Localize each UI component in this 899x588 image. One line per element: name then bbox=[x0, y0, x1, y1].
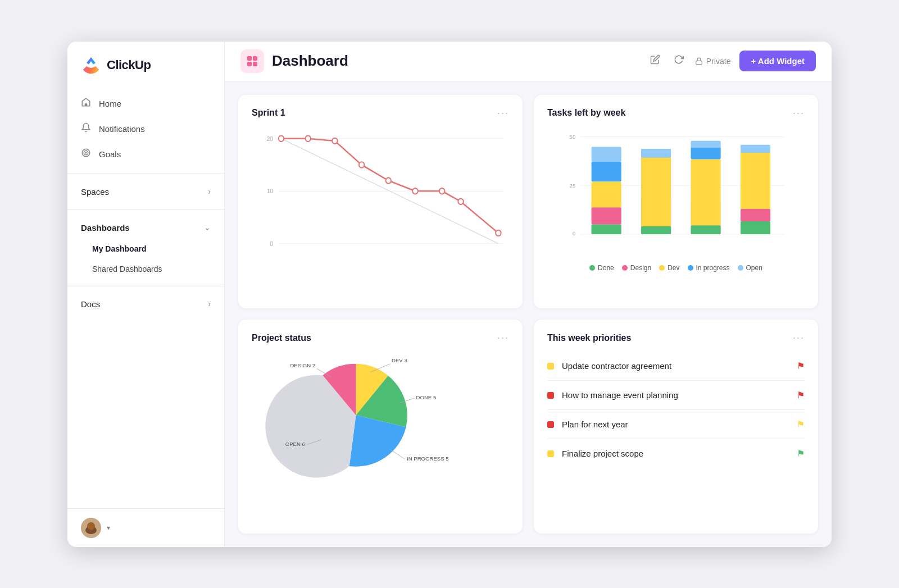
clickup-logo-icon bbox=[81, 55, 101, 75]
priority-3-left: Plan for next year bbox=[547, 420, 628, 429]
avatar-chevron-icon[interactable]: ▾ bbox=[107, 524, 110, 532]
legend-inprogress-label: In progress bbox=[696, 264, 730, 272]
sidebar-section-spaces[interactable]: Spaces › bbox=[67, 181, 224, 203]
tasks-menu-button[interactable]: ··· bbox=[793, 107, 805, 119]
topbar-left: Dashboard bbox=[240, 49, 348, 73]
svg-rect-54 bbox=[741, 144, 770, 152]
svg-rect-12 bbox=[696, 61, 702, 64]
sidebar-item-home[interactable]: Home bbox=[67, 91, 224, 116]
priority-3-flag: ⚑ bbox=[797, 419, 805, 430]
svg-text:20: 20 bbox=[267, 135, 274, 142]
project-status-title: Project status bbox=[252, 333, 311, 343]
sidebar-item-goals[interactable]: Goals bbox=[67, 142, 224, 167]
goals-icon bbox=[81, 148, 91, 161]
svg-rect-49 bbox=[691, 140, 721, 147]
shared-dashboards-label: Shared Dashboards bbox=[92, 265, 162, 274]
legend-inprogress-dot bbox=[688, 265, 693, 271]
svg-point-26 bbox=[439, 188, 445, 194]
lock-icon bbox=[695, 57, 703, 65]
private-label: Private bbox=[706, 57, 731, 66]
chevron-right-icon: › bbox=[208, 187, 211, 196]
sprint-menu-button[interactable]: ··· bbox=[497, 107, 509, 119]
svg-rect-38 bbox=[592, 181, 621, 207]
dashboard-icon-box bbox=[240, 49, 264, 73]
svg-text:DESIGN 2: DESIGN 2 bbox=[290, 362, 315, 368]
priority-2-left: How to manage event planning bbox=[547, 390, 678, 400]
spaces-label: Spaces bbox=[81, 187, 109, 197]
sidebar-section-dashboards[interactable]: Dashboards ⌄ bbox=[67, 217, 224, 239]
tasks-by-week-widget: Tasks left by week ··· 50 25 0 bbox=[534, 95, 818, 309]
priority-4-left: Finalize project scope bbox=[547, 449, 643, 458]
svg-rect-52 bbox=[741, 208, 770, 221]
legend-dev-label: Dev bbox=[668, 264, 679, 272]
bell-icon bbox=[81, 122, 91, 135]
my-dashboard-label: My Dashboard bbox=[92, 244, 146, 253]
main-content: Dashboard Private + Add Widget bbox=[225, 42, 832, 547]
sprint-title: Sprint 1 bbox=[252, 108, 285, 118]
sidebar-footer: ▾ bbox=[67, 508, 224, 547]
avatar[interactable] bbox=[81, 518, 101, 538]
sidebar-item-my-dashboard[interactable]: My Dashboard bbox=[67, 239, 224, 259]
legend-open-dot bbox=[738, 265, 743, 271]
legend-dev: Dev bbox=[659, 264, 679, 272]
priority-1-dot bbox=[547, 363, 554, 370]
svg-point-3 bbox=[85, 152, 87, 153]
legend-done-label: Done bbox=[598, 264, 614, 272]
svg-point-27 bbox=[458, 198, 464, 204]
priority-item-3: Plan for next year ⚑ bbox=[547, 410, 805, 439]
svg-point-28 bbox=[496, 230, 501, 235]
svg-rect-42 bbox=[641, 226, 671, 234]
sidebar-section-docs[interactable]: Docs › bbox=[67, 293, 224, 315]
refresh-button[interactable] bbox=[671, 52, 686, 70]
project-status-menu-button[interactable]: ··· bbox=[497, 332, 509, 344]
priority-2-label: How to manage event planning bbox=[562, 390, 678, 400]
legend-dev-dot bbox=[659, 265, 665, 271]
legend-inprogress: In progress bbox=[688, 264, 730, 272]
svg-point-22 bbox=[332, 138, 338, 143]
legend-design-dot bbox=[622, 265, 628, 271]
sprint-chart-svg: 20 10 0 bbox=[252, 127, 509, 279]
logo-text: ClickUp bbox=[107, 58, 151, 72]
sprint-widget-header: Sprint 1 ··· bbox=[252, 107, 509, 119]
bar-chart-area: 50 25 0 bbox=[547, 127, 805, 279]
sidebar-item-notifications[interactable]: Notifications bbox=[67, 116, 224, 142]
priority-1-flag: ⚑ bbox=[797, 361, 805, 371]
legend-open-label: Open bbox=[746, 264, 762, 272]
svg-rect-0 bbox=[85, 103, 88, 106]
sidebar: ClickUp Home Notifications Goals bbox=[67, 42, 225, 547]
svg-rect-53 bbox=[741, 152, 770, 209]
svg-rect-48 bbox=[691, 147, 721, 159]
svg-text:OPEN 6: OPEN 6 bbox=[285, 441, 305, 447]
tasks-widget-header: Tasks left by week ··· bbox=[547, 107, 805, 119]
svg-rect-43 bbox=[641, 157, 671, 226]
svg-rect-47 bbox=[691, 159, 721, 225]
nav-divider-2 bbox=[67, 209, 224, 210]
sidebar-item-shared-dashboards[interactable]: Shared Dashboards bbox=[67, 259, 224, 279]
priority-3-dot bbox=[547, 421, 554, 428]
priorities-title: This week priorities bbox=[547, 333, 631, 343]
priorities-header: This week priorities ··· bbox=[547, 332, 805, 344]
pie-chart-svg: DEV 3 DONE 5 IN PROGRESS 5 OPEN 6 DESIGN… bbox=[252, 352, 509, 503]
svg-rect-40 bbox=[592, 147, 621, 162]
svg-point-23 bbox=[359, 162, 365, 167]
sidebar-logo: ClickUp bbox=[67, 42, 224, 86]
svg-rect-8 bbox=[247, 56, 252, 61]
dashboard-grid-icon bbox=[246, 55, 258, 67]
add-widget-button[interactable]: + Add Widget bbox=[739, 51, 816, 71]
edit-button[interactable] bbox=[648, 52, 662, 70]
page-title: Dashboard bbox=[272, 52, 348, 70]
priority-2-dot bbox=[547, 392, 554, 399]
svg-text:25: 25 bbox=[569, 182, 575, 188]
topbar-right: Private + Add Widget bbox=[648, 51, 816, 71]
svg-rect-10 bbox=[247, 62, 252, 66]
home-icon bbox=[81, 97, 91, 110]
priorities-menu-button[interactable]: ··· bbox=[793, 332, 805, 344]
svg-rect-37 bbox=[592, 207, 621, 224]
svg-point-21 bbox=[305, 135, 311, 141]
sprint-chart-area: 20 10 0 bbox=[252, 127, 509, 279]
tasks-title: Tasks left by week bbox=[547, 108, 625, 118]
priority-4-flag: ⚑ bbox=[797, 448, 805, 459]
svg-rect-11 bbox=[253, 62, 257, 66]
svg-rect-46 bbox=[691, 225, 721, 234]
priority-item-2: How to manage event planning ⚑ bbox=[547, 381, 805, 410]
